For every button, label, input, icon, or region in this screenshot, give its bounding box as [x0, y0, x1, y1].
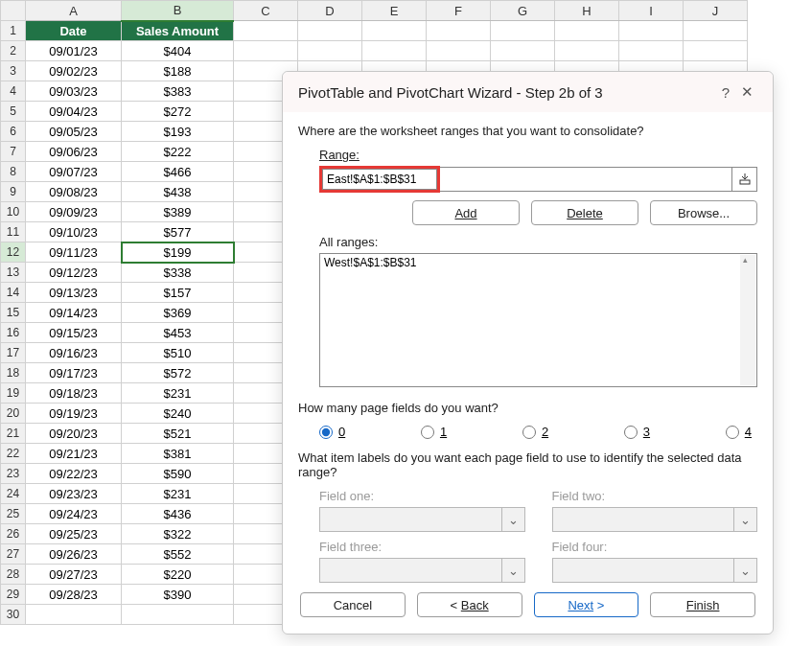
row-header[interactable]: 20 — [1, 404, 26, 424]
radio-2[interactable]: 2 — [522, 425, 548, 439]
row-header[interactable]: 8 — [1, 162, 26, 182]
row-header[interactable]: 27 — [1, 544, 26, 565]
row-header[interactable]: 30 — [1, 605, 26, 625]
row-header[interactable]: 17 — [1, 343, 26, 363]
close-icon[interactable]: ✕ — [736, 83, 757, 101]
cell[interactable] — [362, 21, 427, 41]
cell[interactable]: $231 — [122, 484, 234, 504]
cell[interactable] — [619, 21, 684, 41]
row-header[interactable]: 12 — [1, 242, 26, 263]
cell[interactable]: 09/15/23 — [26, 323, 122, 343]
cell[interactable]: $590 — [122, 464, 234, 484]
row-header[interactable]: 23 — [1, 464, 26, 484]
list-item[interactable]: West!$A$1:$B$31 — [324, 256, 753, 269]
cell[interactable]: $390 — [122, 585, 234, 605]
cell[interactable]: $438 — [122, 182, 234, 202]
cell[interactable]: $157 — [122, 283, 234, 303]
cell[interactable]: $552 — [122, 544, 234, 565]
row-header[interactable]: 26 — [1, 524, 26, 544]
range-input-extend[interactable] — [440, 167, 732, 192]
cell[interactable]: $199 — [122, 242, 234, 263]
next-button[interactable]: Next > — [534, 592, 639, 617]
row-header[interactable]: 18 — [1, 363, 26, 383]
row-header[interactable]: 10 — [1, 202, 26, 222]
radio-1[interactable]: 1 — [421, 425, 447, 439]
cell[interactable]: 09/11/23 — [26, 242, 122, 263]
cell[interactable]: Date — [26, 21, 122, 41]
row-header[interactable]: 22 — [1, 444, 26, 464]
cell[interactable]: 09/04/23 — [26, 102, 122, 122]
row-header[interactable]: 1 — [1, 21, 26, 41]
range-input[interactable] — [322, 169, 437, 190]
cell[interactable]: 09/19/23 — [26, 404, 122, 424]
cell[interactable]: 09/01/23 — [26, 41, 122, 61]
cell[interactable]: $453 — [122, 323, 234, 343]
collapse-dialog-icon[interactable] — [732, 167, 757, 192]
help-icon[interactable]: ? — [715, 84, 736, 101]
cell[interactable] — [298, 21, 362, 41]
cell[interactable] — [619, 41, 684, 61]
select-all-corner[interactable] — [1, 1, 26, 21]
cell[interactable]: $231 — [122, 383, 234, 404]
cell[interactable]: 09/07/23 — [26, 162, 122, 182]
cell[interactable]: Sales Amount — [122, 21, 234, 41]
cell[interactable] — [234, 21, 298, 41]
col-header-H[interactable]: H — [555, 1, 619, 21]
cell[interactable] — [427, 21, 491, 41]
cancel-button[interactable]: Cancel — [300, 592, 406, 617]
row-header[interactable]: 3 — [1, 61, 26, 81]
delete-button[interactable]: Delete — [531, 200, 638, 225]
cell[interactable]: 09/17/23 — [26, 363, 122, 383]
cell[interactable]: $381 — [122, 444, 234, 464]
col-header-G[interactable]: G — [491, 1, 555, 21]
cell[interactable]: 09/10/23 — [26, 222, 122, 242]
cell[interactable]: 09/06/23 — [26, 142, 122, 162]
row-header[interactable]: 9 — [1, 182, 26, 202]
cell[interactable]: 09/13/23 — [26, 283, 122, 303]
row-header[interactable]: 21 — [1, 424, 26, 444]
cell[interactable] — [122, 605, 234, 625]
row-header[interactable]: 15 — [1, 303, 26, 323]
cell[interactable]: 09/26/23 — [26, 544, 122, 565]
cell[interactable]: $193 — [122, 122, 234, 142]
cell[interactable]: 09/14/23 — [26, 303, 122, 323]
radio-4[interactable]: 4 — [726, 425, 752, 439]
cell[interactable] — [491, 21, 555, 41]
cell[interactable]: $322 — [122, 524, 234, 544]
cell[interactable]: $510 — [122, 343, 234, 363]
row-header[interactable]: 16 — [1, 323, 26, 343]
row-header[interactable]: 24 — [1, 484, 26, 504]
scrollbar[interactable] — [740, 255, 755, 385]
row-header[interactable]: 14 — [1, 283, 26, 303]
cell[interactable] — [555, 21, 619, 41]
cell[interactable]: 09/24/23 — [26, 504, 122, 524]
cell[interactable]: 09/18/23 — [26, 383, 122, 404]
back-button[interactable]: < Back — [417, 592, 522, 617]
cell[interactable]: $572 — [122, 363, 234, 383]
cell[interactable]: $220 — [122, 565, 234, 585]
row-header[interactable]: 4 — [1, 81, 26, 102]
cell[interactable]: $466 — [122, 162, 234, 182]
cell[interactable]: 09/20/23 — [26, 424, 122, 444]
cell[interactable]: $188 — [122, 61, 234, 81]
add-button[interactable]: Add — [412, 200, 520, 225]
cell[interactable]: $222 — [122, 142, 234, 162]
finish-button[interactable]: Finish — [650, 592, 755, 617]
all-ranges-listbox[interactable]: West!$A$1:$B$31 — [319, 253, 757, 387]
cell[interactable]: $436 — [122, 504, 234, 524]
col-header-F[interactable]: F — [427, 1, 491, 21]
row-header[interactable]: 6 — [1, 122, 26, 142]
radio-0[interactable]: 0 — [319, 425, 345, 439]
col-header-I[interactable]: I — [619, 1, 684, 21]
cell[interactable] — [298, 41, 362, 61]
col-header-J[interactable]: J — [684, 1, 748, 21]
row-header[interactable]: 5 — [1, 102, 26, 122]
cell[interactable]: 09/12/23 — [26, 263, 122, 283]
cell[interactable]: $272 — [122, 102, 234, 122]
row-header[interactable]: 25 — [1, 504, 26, 524]
row-header[interactable]: 29 — [1, 585, 26, 605]
cell[interactable]: $521 — [122, 424, 234, 444]
cell[interactable]: 09/28/23 — [26, 585, 122, 605]
browse-button[interactable]: Browse... — [650, 200, 757, 225]
cell[interactable]: $404 — [122, 41, 234, 61]
